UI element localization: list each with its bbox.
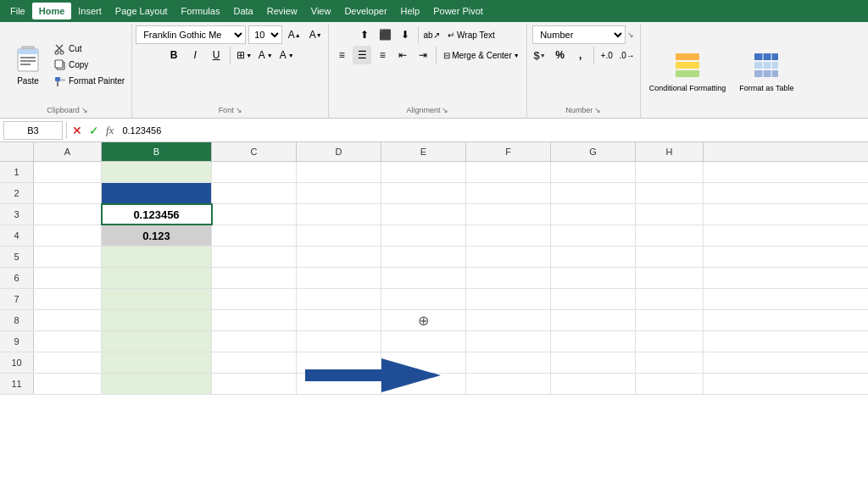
border-button[interactable]: ⊞▼ — [235, 46, 253, 64]
cell-g5[interactable] — [551, 247, 636, 267]
cell-d8[interactable] — [297, 310, 381, 330]
cell-d3[interactable] — [297, 204, 381, 225]
align-middle-button[interactable]: ⬛ — [376, 25, 394, 44]
cell-c3[interactable] — [212, 204, 297, 225]
cell-h8[interactable] — [636, 310, 704, 330]
row-header-10[interactable]: 10 — [0, 352, 34, 373]
cell-f8[interactable] — [466, 310, 551, 330]
cell-f9[interactable] — [466, 331, 551, 352]
align-bottom-button[interactable]: ⬇ — [396, 25, 415, 44]
cell-b2[interactable] — [102, 183, 212, 203]
cell-d1[interactable] — [297, 162, 381, 182]
cell-e1[interactable] — [381, 162, 466, 182]
cell-a1[interactable] — [34, 162, 102, 182]
cell-c6[interactable] — [212, 268, 297, 288]
cell-d11[interactable] — [297, 374, 381, 394]
menu-insert[interactable]: Insert — [71, 3, 108, 19]
cell-h3[interactable] — [636, 204, 704, 225]
col-header-c[interactable]: C — [212, 142, 297, 161]
col-header-d[interactable]: D — [297, 142, 381, 161]
cell-f10[interactable] — [466, 352, 551, 373]
font-color-button[interactable]: A ▼ — [277, 46, 296, 64]
cell-b9[interactable] — [102, 331, 212, 352]
wrap-text-button[interactable]: ↵ Wrap Text — [442, 29, 500, 42]
row-header-5[interactable]: 5 — [0, 247, 34, 267]
cell-c7[interactable] — [212, 289, 297, 309]
cell-c11[interactable] — [212, 374, 297, 394]
cut-button[interactable]: Cut — [51, 42, 128, 57]
align-right-button[interactable]: ≡ — [373, 46, 392, 64]
cell-a9[interactable] — [34, 331, 102, 352]
decrease-indent-button[interactable]: ⇤ — [393, 46, 412, 64]
cell-g10[interactable] — [551, 352, 636, 373]
cell-a5[interactable] — [34, 247, 102, 267]
cell-f11[interactable] — [466, 374, 551, 394]
insert-function-icon[interactable]: fx — [104, 122, 115, 139]
cell-d6[interactable] — [297, 268, 381, 288]
row-header-7[interactable]: 7 — [0, 289, 34, 309]
cell-h4[interactable] — [636, 225, 704, 246]
cell-a6[interactable] — [34, 268, 102, 288]
cell-h10[interactable] — [636, 352, 704, 373]
comma-button[interactable]: , — [571, 46, 590, 64]
col-header-h[interactable]: H — [636, 142, 704, 161]
cell-g8[interactable] — [551, 310, 636, 330]
row-header-6[interactable]: 6 — [0, 268, 34, 288]
cell-h9[interactable] — [636, 331, 704, 352]
cell-f1[interactable] — [466, 162, 551, 182]
cell-c4[interactable] — [212, 225, 297, 246]
paste-button[interactable]: Paste — [7, 25, 49, 104]
decrease-decimal-button[interactable]: .0→ — [618, 46, 637, 64]
cell-e8[interactable]: ⊕ — [381, 310, 466, 330]
cell-c2[interactable] — [212, 183, 297, 203]
number-expand-icon[interactable]: ↘ — [594, 106, 601, 114]
align-top-button[interactable]: ⬆ — [355, 25, 374, 44]
cell-g6[interactable] — [551, 268, 636, 288]
menu-formulas[interactable]: Formulas — [175, 3, 227, 19]
menu-developer[interactable]: Developer — [337, 3, 393, 19]
cell-f3[interactable] — [466, 204, 551, 225]
row-header-8[interactable]: 8 — [0, 310, 34, 330]
cell-a7[interactable] — [34, 289, 102, 309]
row-header-9[interactable]: 9 — [0, 331, 34, 352]
col-header-f[interactable]: F — [466, 142, 551, 161]
menu-page-layout[interactable]: Page Layout — [108, 3, 175, 19]
row-header-11[interactable]: 11 — [0, 374, 34, 394]
copy-button[interactable]: Copy — [51, 58, 128, 73]
cell-g1[interactable] — [551, 162, 636, 182]
increase-indent-button[interactable]: ⇥ — [414, 46, 432, 64]
cell-g2[interactable] — [551, 183, 636, 203]
cell-h7[interactable] — [636, 289, 704, 309]
cell-a4[interactable] — [34, 225, 102, 246]
cell-g7[interactable] — [551, 289, 636, 309]
cell-c5[interactable] — [212, 247, 297, 267]
cell-e3[interactable] — [381, 204, 466, 225]
cell-b7[interactable] — [102, 289, 212, 309]
cell-e7[interactable] — [381, 289, 466, 309]
menu-help[interactable]: Help — [394, 3, 427, 19]
cell-b4[interactable]: 0.123 — [102, 225, 212, 246]
alignment-expand-icon[interactable]: ↘ — [442, 106, 448, 114]
row-header-4[interactable]: 4 — [0, 225, 34, 246]
underline-button[interactable]: U — [207, 46, 225, 64]
format-painter-button[interactable]: Format Painter — [51, 74, 128, 89]
cell-a8[interactable] — [34, 310, 102, 330]
cell-d2[interactable] — [297, 183, 381, 203]
cell-b1[interactable] — [102, 162, 212, 182]
cell-e9[interactable] — [381, 331, 466, 352]
col-header-a[interactable]: A — [34, 142, 102, 161]
row-header-2[interactable]: 2 — [0, 183, 34, 203]
cell-b8[interactable] — [102, 310, 212, 330]
cell-c9[interactable] — [212, 331, 297, 352]
menu-home[interactable]: Home — [32, 3, 72, 19]
cell-reference-input[interactable]: B3 — [3, 121, 63, 140]
increase-font-button[interactable]: A▲ — [285, 25, 303, 44]
cell-g4[interactable] — [551, 225, 636, 246]
col-header-b[interactable]: B — [102, 142, 212, 161]
percent-button[interactable]: % — [551, 46, 570, 64]
cell-d7[interactable] — [297, 289, 381, 309]
cell-f4[interactable] — [466, 225, 551, 246]
cell-f7[interactable] — [466, 289, 551, 309]
decrease-font-button[interactable]: A▼ — [306, 25, 325, 44]
cell-c1[interactable] — [212, 162, 297, 182]
